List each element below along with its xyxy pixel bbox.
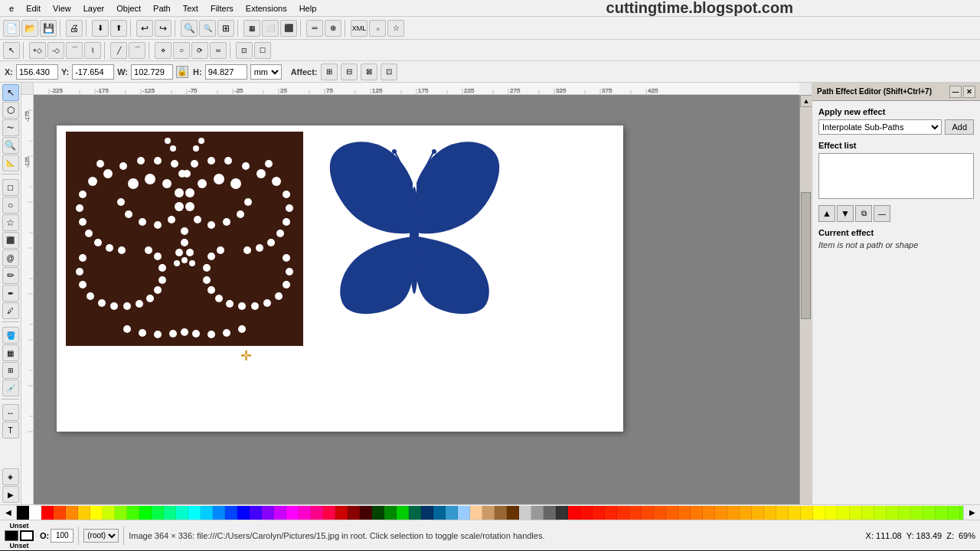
grad-color-cell-21[interactable]	[825, 506, 838, 520]
menu-object[interactable]: Object	[110, 2, 147, 15]
grad-color-cell-29[interactable]	[923, 506, 936, 520]
color-cell-35[interactable]	[446, 506, 458, 520]
menu-help[interactable]: Help	[293, 2, 323, 15]
color-cell-28[interactable]	[360, 506, 372, 520]
node-tool[interactable]: ⬡	[2, 102, 19, 119]
color-cell-3[interactable]	[54, 506, 66, 520]
menu-filters[interactable]: Filters	[204, 2, 240, 15]
grad-color-cell-24[interactable]	[862, 506, 874, 520]
effect-down-btn[interactable]: ▼	[837, 205, 854, 222]
color-cell-39[interactable]	[495, 506, 507, 520]
scroll-up-arrow[interactable]: ▲	[800, 95, 812, 107]
color-cell-34[interactable]	[433, 506, 446, 520]
show-outline-btn[interactable]: ☐	[254, 42, 271, 59]
color-cell-26[interactable]	[335, 506, 348, 520]
color-cell-21[interactable]	[274, 506, 286, 520]
grad-color-cell-0[interactable]	[568, 506, 580, 520]
pencil-tool[interactable]: ✏	[2, 267, 19, 284]
rect-tool[interactable]: □	[2, 179, 19, 196]
color-cell-9[interactable]	[127, 506, 139, 520]
seg-curve-btn[interactable]: ⌒	[129, 42, 145, 59]
grad-color-cell-5[interactable]	[629, 506, 642, 520]
fill-stroke-button[interactable]: ⬦	[369, 20, 386, 37]
affect-btn2[interactable]: ⊟	[341, 64, 358, 80]
scroll-track-v[interactable]	[800, 107, 812, 504]
calligraphy-tool[interactable]: 🖊	[2, 302, 19, 319]
zoom-fit-button[interactable]: ⊞	[217, 20, 234, 37]
grad-color-cell-22[interactable]	[838, 506, 850, 520]
color-cell-42[interactable]	[531, 506, 544, 520]
grad-color-cell-6[interactable]	[642, 506, 654, 520]
paint-bucket-tool[interactable]: 🪣	[2, 327, 19, 344]
zoom-in-button[interactable]: 🔍	[181, 20, 198, 37]
color-cell-0[interactable]	[17, 506, 29, 520]
color-cell-16[interactable]	[213, 506, 225, 520]
ungroup-button[interactable]: ⬛	[280, 20, 297, 37]
grad-color-cell-16[interactable]	[764, 506, 776, 520]
y-input[interactable]	[72, 64, 114, 80]
fill-box[interactable]	[5, 530, 18, 541]
effect-dropdown[interactable]: Interpolate Sub-Paths	[818, 119, 942, 135]
grad-color-cell-9[interactable]	[678, 506, 691, 520]
color-cell-23[interactable]	[299, 506, 311, 520]
add-effect-button[interactable]: Add	[945, 119, 974, 135]
scroll-thumb-v[interactable]	[801, 192, 811, 319]
lock-ratio-btn[interactable]: 🔒	[176, 66, 188, 78]
color-cell-32[interactable]	[409, 506, 421, 520]
symbol-button[interactable]: ☆	[387, 20, 404, 37]
color-cell-6[interactable]	[90, 506, 103, 520]
dropper-tool[interactable]: 💉	[2, 380, 19, 396]
circle-tool[interactable]: ○	[2, 197, 19, 214]
xml-button[interactable]: XML	[351, 20, 368, 37]
color-cell-44[interactable]	[556, 506, 568, 520]
color-cell-40[interactable]	[507, 506, 519, 520]
zoom-tool[interactable]: 🔍	[2, 137, 19, 154]
palette-scroll-left[interactable]: ◀	[0, 505, 17, 520]
affect-btn4[interactable]: ⊡	[381, 64, 397, 80]
grad-color-cell-25[interactable]	[874, 506, 887, 520]
group-button[interactable]: ⬜	[262, 20, 279, 37]
spiral-tool[interactable]: @	[2, 249, 19, 266]
w-input[interactable]	[131, 64, 173, 80]
3d-box-tool[interactable]: ⬛	[2, 232, 19, 249]
tweak-tool[interactable]: 〜	[2, 119, 19, 136]
pen-tool[interactable]: ✒	[2, 285, 19, 302]
select-tool[interactable]: ↖	[2, 84, 19, 101]
grad-color-cell-27[interactable]	[899, 506, 911, 520]
redo-button[interactable]: ↪	[155, 20, 172, 37]
color-cell-17[interactable]	[225, 506, 237, 520]
color-cell-25[interactable]	[323, 506, 335, 520]
expand-tool[interactable]: ▶	[2, 486, 19, 503]
color-cell-33[interactable]	[421, 506, 433, 520]
inkscape-canvas[interactable]: ✛ ▲ ▼ ▶ ◀ ▶	[34, 95, 812, 504]
measure-tool[interactable]: 📐	[2, 155, 19, 171]
grad-color-cell-19[interactable]	[801, 506, 813, 520]
color-cell-27[interactable]	[348, 506, 360, 520]
new-button[interactable]: 📄	[3, 20, 20, 37]
align-button[interactable]: ═	[306, 20, 323, 37]
vertical-scrollbar[interactable]: ▲ ▼ ▶	[799, 95, 812, 504]
stroke-box[interactable]	[20, 530, 34, 541]
color-cell-10[interactable]	[139, 506, 152, 520]
del-node-btn[interactable]: -◇	[47, 42, 64, 59]
grad-color-cell-14[interactable]	[740, 506, 752, 520]
grad-color-cell-1[interactable]	[580, 506, 593, 520]
affect-btn3[interactable]: ⊠	[361, 64, 377, 80]
grad-color-cell-2[interactable]	[593, 506, 605, 520]
add-node-btn[interactable]: +◇	[29, 42, 46, 59]
grad-color-cell-18[interactable]	[789, 506, 801, 520]
color-cell-2[interactable]	[41, 506, 54, 520]
color-cell-38[interactable]	[482, 506, 495, 520]
color-cell-41[interactable]	[519, 506, 531, 520]
node-break-btn[interactable]: ⌇	[84, 42, 101, 59]
color-cell-7[interactable]	[103, 506, 115, 520]
grad-color-cell-20[interactable]	[813, 506, 825, 520]
effect-up-btn[interactable]: ▲	[818, 205, 835, 222]
grad-color-cell-8[interactable]	[666, 506, 678, 520]
gradient-tool[interactable]: ▦	[2, 344, 19, 361]
node-cusp-btn[interactable]: ⋄	[155, 42, 172, 59]
text-tool[interactable]: T	[2, 422, 19, 439]
node-smooth-btn[interactable]: ○	[173, 42, 190, 59]
color-cell-20[interactable]	[262, 506, 274, 520]
grad-color-cell-30[interactable]	[936, 506, 948, 520]
